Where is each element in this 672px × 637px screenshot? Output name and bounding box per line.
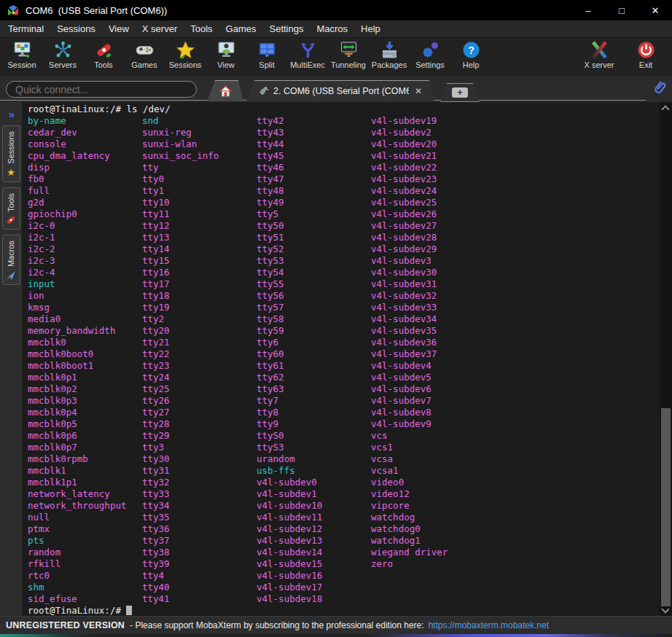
settings-button[interactable]: Settings xyxy=(410,40,450,69)
main-area: » Sessions ★ Tools Macros root@TinaLin xyxy=(0,102,672,616)
view-button[interactable]: View xyxy=(206,40,246,69)
device-entry: tty13 xyxy=(142,232,257,243)
desktop-taskbar-sliver xyxy=(0,634,672,637)
tunneling-button[interactable]: Tunneling xyxy=(328,40,369,69)
device-entry: mmcblk0p5 xyxy=(28,418,142,430)
menu-view[interactable]: View xyxy=(102,21,136,36)
terminal-prompt-line: root@TinaLinux:/# xyxy=(28,605,660,617)
scrollbar-up-icon[interactable] xyxy=(661,105,669,113)
tab-bar: 2. COM6 (USB Serial Port (COM6)) ✕ + xyxy=(0,77,672,102)
device-entry: rfkill xyxy=(28,558,142,570)
games-button[interactable]: Games xyxy=(124,40,165,69)
terminal-scrollbar[interactable] xyxy=(660,102,672,616)
tab-home[interactable] xyxy=(207,80,243,101)
device-entry: v4l-subdev26 xyxy=(371,208,485,220)
new-tab-button[interactable]: + xyxy=(440,83,480,102)
toolbar: Session Servers Tools xyxy=(0,38,672,77)
device-entry: tty34 xyxy=(142,500,257,512)
scrollbar-down-icon[interactable] xyxy=(661,605,669,613)
device-entry: snd xyxy=(142,115,257,127)
device-entry: video12 xyxy=(371,488,485,500)
device-entry: tty52 xyxy=(257,243,371,255)
sessions-button[interactable]: Sessions xyxy=(165,40,206,69)
device-entry: kmsg xyxy=(28,302,142,313)
x-server-button[interactable]: X server xyxy=(576,40,622,69)
device-entry: g2d xyxy=(28,197,142,208)
sidebar-tab-macros[interactable]: Macros xyxy=(2,235,20,285)
device-entry: tty33 xyxy=(142,488,257,500)
terminal-row: iontty18tty56v4l-subdev32 xyxy=(28,290,660,302)
tab-session-com6[interactable]: 2. COM6 (USB Serial Port (COM6)) ✕ xyxy=(246,80,434,101)
terminal[interactable]: root@TinaLinux:/# ls /dev/ by-namesndtty… xyxy=(22,102,660,616)
device-entry: v4l-subdev23 xyxy=(371,173,485,185)
device-entry: v4l-subdev35 xyxy=(371,325,485,337)
session-button[interactable]: Session xyxy=(1,40,42,69)
maximize-button[interactable]: □ xyxy=(605,0,638,20)
exit-button[interactable]: Exit xyxy=(622,40,669,69)
device-entry: media0 xyxy=(28,313,142,325)
device-entry: v4l-subdev2 xyxy=(371,127,485,138)
sidebar-expand-icon[interactable]: » xyxy=(9,108,13,120)
device-entry: tty60 xyxy=(257,348,371,360)
knife-icon xyxy=(6,215,16,225)
paperclip-icon[interactable] xyxy=(652,79,668,97)
device-entry: v4l-subdev13 xyxy=(257,535,371,547)
help-button[interactable]: ? Help xyxy=(450,40,491,69)
device-entry: tty56 xyxy=(257,290,371,302)
tools-button[interactable]: Tools xyxy=(83,40,124,69)
servers-button[interactable]: Servers xyxy=(42,40,83,69)
scrollbar-thumb[interactable] xyxy=(661,408,671,606)
device-entry: v4l-subdev16 xyxy=(257,570,371,582)
device-entry: tty50 xyxy=(257,220,371,232)
device-entry: v4l-subdev28 xyxy=(371,232,485,243)
device-entry: tty20 xyxy=(142,325,257,337)
device-entry: tty25 xyxy=(142,383,257,395)
device-entry: tty40 xyxy=(142,582,257,593)
session-icon xyxy=(12,40,32,60)
menu-settings[interactable]: Settings xyxy=(263,21,310,36)
menu-help[interactable]: Help xyxy=(354,21,387,36)
device-entry: tty38 xyxy=(142,547,257,558)
menu-x-server[interactable]: X server xyxy=(136,21,184,36)
tab-close-icon[interactable]: ✕ xyxy=(415,86,422,96)
device-entry: v4l-subdev36 xyxy=(371,337,485,348)
device-entry: tty xyxy=(142,162,257,173)
menu-sessions[interactable]: Sessions xyxy=(50,21,102,36)
terminal-row: nulltty35v4l-subdev11watchdog xyxy=(28,512,660,523)
serial-plug-icon xyxy=(258,85,269,96)
device-entry: usb-ffs xyxy=(257,465,371,477)
device-entry: v4l-subdev22 xyxy=(371,162,485,173)
device-entry: v4l-subdev8 xyxy=(371,407,485,418)
device-entry: network_latency xyxy=(28,488,142,500)
device-entry: tty39 xyxy=(142,558,257,570)
terminal-row: mmcblk0p6tty29ttyS0vcs xyxy=(28,430,660,442)
close-button[interactable]: ✕ xyxy=(638,0,672,20)
device-entry: tty4 xyxy=(142,570,257,582)
menu-tools[interactable]: Tools xyxy=(184,21,219,36)
device-entry: memory_bandwidth xyxy=(28,325,142,337)
device-entry: tty61 xyxy=(257,360,371,372)
quick-connect-input[interactable] xyxy=(6,81,197,98)
device-entry: v4l-subdev15 xyxy=(257,558,371,570)
device-entry: tty6 xyxy=(257,337,371,348)
device-entry: tty32 xyxy=(142,477,257,488)
packages-button[interactable]: Packages xyxy=(369,40,410,69)
minimize-button[interactable]: – xyxy=(571,0,605,20)
multiexec-button[interactable]: MultiExec xyxy=(287,40,328,69)
terminal-row: dispttytty46v4l-subdev22 xyxy=(28,162,660,173)
status-message: - Please support MobaXterm by subscribin… xyxy=(130,620,424,630)
device-entry: by-name xyxy=(28,115,142,127)
device-entry: full xyxy=(28,185,142,197)
menu-terminal[interactable]: Terminal xyxy=(1,21,50,36)
device-entry: vcs xyxy=(371,430,485,442)
mobatek-link[interactable]: https://mobaxterm.mobatek.net xyxy=(429,620,549,630)
device-entry: tty59 xyxy=(257,325,371,337)
sidebar-tab-tools[interactable]: Tools xyxy=(2,187,20,230)
split-button[interactable]: Split xyxy=(246,40,287,69)
terminal-row: g2dtty10tty49v4l-subdev25 xyxy=(28,197,660,208)
menu-games[interactable]: Games xyxy=(219,21,263,36)
terminal-listing: by-namesndtty42v4l-subdev19cedar_devsunx… xyxy=(28,115,660,605)
sidebar-tab-sessions[interactable]: Sessions ★ xyxy=(2,125,20,182)
device-entry: ttyS0 xyxy=(257,430,371,442)
menu-macros[interactable]: Macros xyxy=(310,21,354,36)
